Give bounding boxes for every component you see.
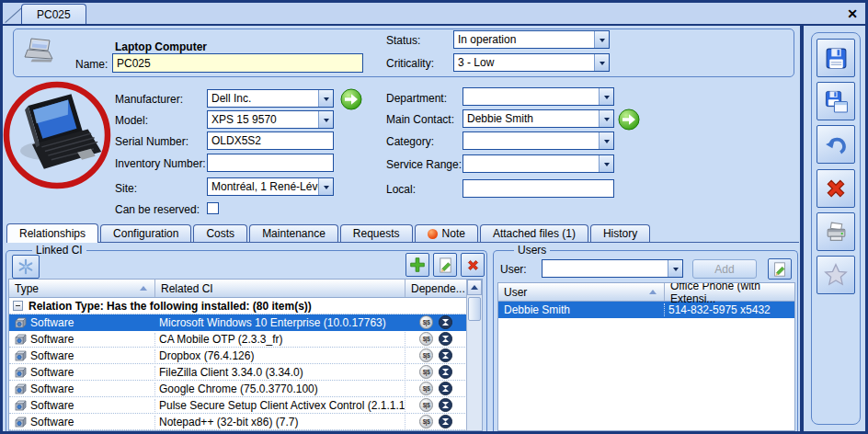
department-label: Department: — [386, 92, 447, 105]
dependency-direction-icon[interactable] — [439, 398, 452, 412]
table-row[interactable]: Software FileZilla Client 3.34.0 (3.34.0… — [9, 364, 482, 381]
chevron-down-icon[interactable] — [599, 155, 613, 172]
table-row[interactable]: Software Microsoft Windows 10 Enterprise… — [9, 314, 482, 331]
service-range-value — [463, 155, 599, 172]
main-contact-dropdown[interactable]: Debbie Smith — [463, 109, 614, 128]
linked-ci-scrollbar[interactable] — [466, 280, 482, 430]
cost-dependency-icon[interactable]: $|$ — [419, 365, 433, 379]
status-value: In operation — [454, 31, 594, 48]
department-dropdown[interactable] — [463, 87, 614, 106]
status-dropdown[interactable]: In operation — [453, 30, 610, 49]
chevron-down-icon[interactable] — [594, 31, 609, 48]
category-dropdown[interactable] — [463, 131, 614, 150]
table-row[interactable]: Software Dropbox (76.4.126) $|$ — [9, 348, 482, 364]
print-button[interactable] — [817, 212, 855, 251]
scroll-thumb[interactable] — [468, 297, 481, 321]
cost-dependency-icon[interactable]: $|$ — [419, 415, 433, 428]
cost-dependency-icon[interactable]: $|$ — [419, 382, 433, 395]
cost-dependency-icon[interactable]: $|$ — [419, 348, 433, 362]
cost-dependency-icon[interactable]: $|$ — [419, 398, 433, 412]
dependency-direction-icon[interactable] — [439, 382, 452, 395]
dependency-direction-icon[interactable] — [439, 348, 452, 362]
tab-attached-files-1[interactable]: Attached files (1) — [480, 224, 588, 242]
collapse-icon[interactable] — [13, 301, 23, 311]
column-header-user[interactable]: User — [498, 283, 664, 301]
model-dropdown[interactable]: XPS 15 9570 — [207, 110, 334, 129]
site-dropdown[interactable]: Montréal, 1 René-Lévesqu — [207, 177, 334, 196]
chevron-down-icon[interactable] — [668, 260, 682, 277]
cost-dependency-icon[interactable]: $|$ — [419, 332, 433, 346]
ci-type-cell: Software — [30, 333, 74, 346]
chevron-down-icon[interactable] — [599, 88, 613, 105]
chevron-down-icon[interactable] — [599, 132, 613, 149]
chevron-down-icon[interactable] — [599, 110, 613, 127]
tab-note[interactable]: Note — [415, 224, 478, 242]
linked-ci-group-label: Linked CI — [32, 244, 86, 257]
department-value — [463, 88, 599, 105]
main-contact-value: Debbie Smith — [463, 110, 599, 127]
linked-ci-table: Type Related CI Depende... Relation Type… — [8, 279, 483, 431]
goto-main-contact-icon[interactable] — [618, 108, 640, 131]
column-header-related-ci[interactable]: Related CI — [154, 280, 405, 297]
category-value — [463, 132, 599, 149]
user-dropdown[interactable] — [542, 259, 683, 278]
related-ci-cell: CA Mobile OTP (2.3.3_fr) — [154, 333, 405, 346]
chevron-down-icon[interactable] — [594, 54, 609, 71]
chevron-down-icon[interactable] — [318, 90, 333, 107]
tab-label: Attached files (1) — [493, 227, 576, 240]
serial-input[interactable] — [207, 131, 334, 150]
window-tabstrip: PC025 ✕ — [3, 3, 865, 26]
undo-button[interactable] — [817, 125, 855, 164]
manufacturer-dropdown[interactable]: Dell Inc. — [207, 89, 334, 108]
dependency-direction-icon[interactable] — [439, 332, 452, 346]
save-button[interactable] — [817, 39, 855, 77]
tab-costs[interactable]: Costs — [193, 224, 247, 242]
tab-configuration[interactable]: Configuration — [100, 224, 191, 242]
tab-maintenance[interactable]: Maintenance — [249, 224, 338, 242]
tab-label: Relationships — [19, 227, 86, 240]
tab-pc025[interactable]: PC025 — [21, 4, 86, 24]
table-row[interactable]: Software Google Chrome (75.0.3770.100) $… — [9, 381, 482, 397]
related-ci-cell: Notepad++ (32-bit x86) (7.7) — [154, 416, 405, 428]
add-relation-button[interactable] — [405, 253, 429, 277]
cancel-button[interactable] — [817, 169, 855, 208]
close-icon[interactable]: ✕ — [842, 5, 862, 22]
edit-user-button[interactable] — [768, 258, 792, 280]
service-range-dropdown[interactable] — [463, 154, 614, 173]
tab-relationships[interactable]: Relationships — [6, 223, 98, 243]
chevron-down-icon[interactable] — [318, 111, 333, 128]
save-and-new-button[interactable] — [817, 82, 855, 120]
scroll-up-icon[interactable] — [467, 280, 482, 295]
column-header-office-phone[interactable]: Office Phone (with Extensi... — [664, 283, 794, 301]
goto-manufacturer-icon[interactable] — [340, 88, 362, 110]
table-row[interactable]: Software Notepad++ (32-bit x86) (7.7) $|… — [9, 414, 482, 430]
inventory-input[interactable] — [207, 154, 334, 172]
column-header-dependence[interactable]: Depende... — [405, 280, 466, 297]
tab-requests[interactable]: Requests — [340, 224, 413, 242]
linked-ci-rows: Software Microsoft Windows 10 Enterprise… — [9, 314, 482, 430]
dependency-direction-icon[interactable] — [439, 315, 452, 329]
tab-history[interactable]: History — [590, 224, 650, 242]
edit-relation-button[interactable] — [433, 253, 457, 277]
add-user-button[interactable]: Add — [692, 259, 757, 279]
relation-type-group-row[interactable]: Relation Type: Has the following install… — [9, 298, 482, 314]
delete-relation-button[interactable] — [461, 253, 485, 277]
chevron-down-icon[interactable] — [318, 178, 333, 195]
cost-dependency-icon[interactable]: $|$ — [419, 315, 433, 329]
software-icon — [15, 349, 27, 361]
software-icon — [15, 366, 27, 378]
favorite-button[interactable] — [817, 256, 855, 294]
table-row[interactable]: Software Pulse Secure Setup Client Activ… — [9, 397, 482, 414]
dependency-direction-icon[interactable] — [439, 415, 452, 428]
printer-icon — [824, 220, 849, 245]
criticality-dropdown[interactable]: 3 - Low — [453, 53, 610, 72]
ci-type-cell: Software — [30, 383, 74, 395]
column-header-type[interactable]: Type — [9, 280, 154, 297]
relationship-map-button[interactable] — [12, 255, 40, 279]
reserved-checkbox[interactable] — [207, 202, 219, 214]
name-input[interactable] — [112, 53, 363, 73]
dependency-direction-icon[interactable] — [439, 365, 452, 379]
local-input[interactable] — [463, 179, 614, 198]
edit-icon — [771, 261, 788, 278]
table-row[interactable]: Software CA Mobile OTP (2.3.3_fr) $|$ — [9, 331, 482, 348]
